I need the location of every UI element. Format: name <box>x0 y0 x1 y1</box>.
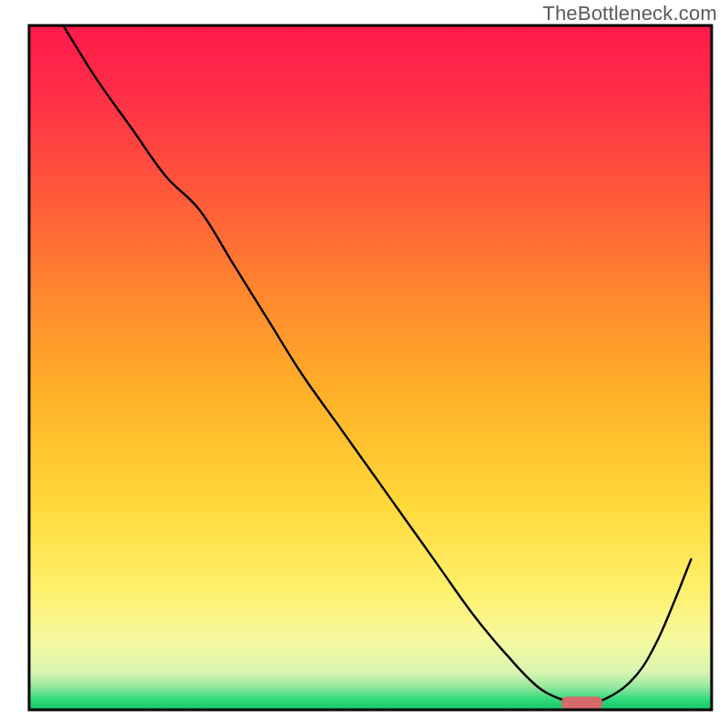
watermark-text: TheBottleneck.com <box>542 2 717 25</box>
optimum-marker <box>561 696 602 709</box>
bottleneck-chart <box>0 0 728 728</box>
chart-container: { "watermark": "TheBottleneck.com", "cha… <box>0 0 728 728</box>
